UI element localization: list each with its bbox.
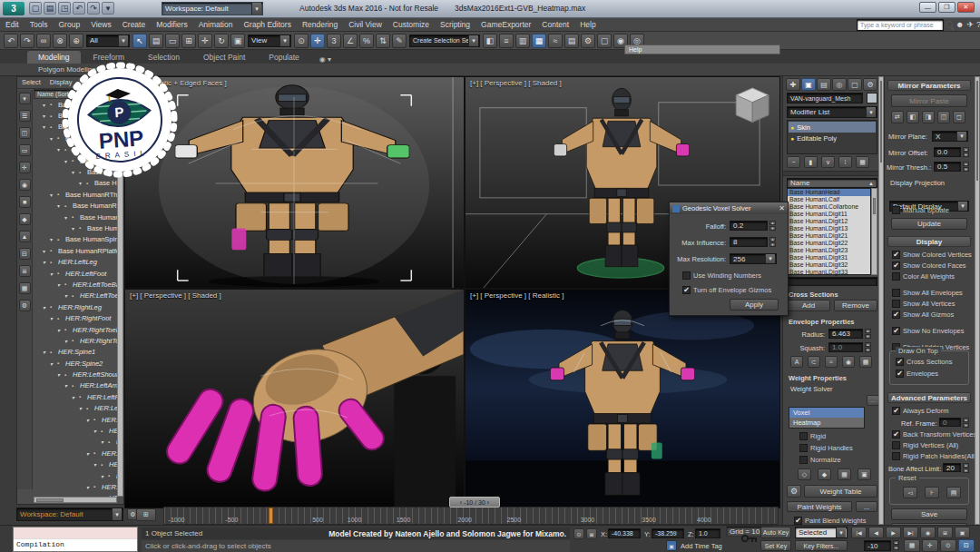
menu-item[interactable]: Views: [85, 18, 117, 31]
squash-spinner[interactable]: ▲▼: [865, 342, 871, 352]
max-influence-spinner[interactable]: ▲▼: [769, 237, 776, 247]
select-scale-icon[interactable]: ▣: [230, 34, 245, 48]
reference-coordinate-dropdown[interactable]: View: [248, 34, 291, 47]
select-object-icon[interactable]: ↖: [132, 34, 147, 48]
menu-item[interactable]: Graph Editors: [238, 18, 296, 31]
mirror-parameters-rollout[interactable]: Mirror Parameters: [887, 80, 971, 91]
expand-arrow-icon[interactable]: ▾: [43, 304, 50, 310]
expand-arrow-icon[interactable]: ▾: [72, 394, 79, 400]
viewport-label[interactable]: [+] [ Perspective ] [ Shaded ]: [470, 79, 562, 87]
mirror-mode-icon[interactable]: ⇄: [891, 111, 904, 123]
menu-item[interactable]: GameExporter: [475, 18, 536, 31]
current-frame-field[interactable]: -10: [864, 540, 891, 551]
ribbon-tab[interactable]: Populate: [258, 51, 310, 64]
undo-icon[interactable]: ↶: [4, 34, 18, 48]
max-logo[interactable]: 3: [3, 2, 24, 15]
dialog-checkbox[interactable]: Use Winding Numbers: [682, 271, 771, 280]
redo-icon[interactable]: ↷: [87, 2, 100, 15]
graphite-toggle-icon[interactable]: ▦: [532, 34, 546, 48]
mini-curve-editor-icon[interactable]: ▣: [955, 527, 970, 538]
expand-arrow-icon[interactable]: ▾: [64, 338, 72, 344]
viewport-bottom-left[interactable]: [+] [ Perspective ] [ Shaded ]: [124, 289, 465, 508]
expand-arrow-icon[interactable]: ▾: [43, 259, 50, 265]
time-configuration-icon[interactable]: ⊞: [937, 527, 953, 538]
explorer-settings-icon[interactable]: ⚙: [19, 300, 31, 311]
paste-green-blue-bones-icon[interactable]: ◫: [937, 111, 950, 123]
search-input[interactable]: Type a keyword or phrase: [857, 19, 944, 31]
menu-item[interactable]: Create: [117, 18, 152, 31]
remove-cross-section-button[interactable]: Remove: [834, 300, 877, 311]
paint-blend-weights-checkbox[interactable]: ✔Paint Blend Weights: [794, 517, 866, 525]
bone-list-header[interactable]: Name▲: [787, 178, 877, 188]
open-file-icon[interactable]: ▤: [44, 2, 56, 15]
bone-list-item[interactable]: Base HumanLCalf: [788, 196, 870, 203]
layer-manager-icon[interactable]: ▥: [515, 34, 530, 48]
search-icon[interactable]: [946, 21, 953, 28]
mirror-paste-button[interactable]: Mirror Paste: [891, 94, 967, 107]
schematic-view-icon[interactable]: ▤: [564, 34, 579, 48]
modifier-list-dropdown[interactable]: Modifier List: [787, 106, 877, 118]
expand-arrow-icon[interactable]: ▾: [86, 450, 93, 457]
explorer-display-icon[interactable]: ▾: [19, 93, 31, 104]
go-to-start-icon[interactable]: |◀: [851, 527, 867, 538]
utilities-tab-icon[interactable]: ⚙: [863, 78, 877, 91]
mirror-plane-dropdown[interactable]: X: [932, 131, 968, 142]
display-checkbox[interactable]: Show All Envelopes: [892, 289, 972, 297]
key-filters-button[interactable]: Key Filters...: [795, 540, 848, 551]
motion-tab-icon[interactable]: ◎: [832, 78, 847, 91]
bone-list-item[interactable]: Base HumanLDigit32: [788, 261, 870, 269]
save-file-icon[interactable]: ◳: [58, 2, 71, 15]
tree-item[interactable]: ▾ ▪ Base HumanRCalf: [34, 201, 117, 212]
explorer-list-icon[interactable]: ☰: [19, 110, 31, 122]
tree-item[interactable]: ▾ ▪ HER:LeftToeBase: [34, 279, 117, 290]
explorer-menu-item[interactable]: Select: [17, 77, 45, 88]
tree-item[interactable]: ▾ ▪ HER:Spine2: [34, 358, 117, 369]
advanced-checkbox[interactable]: ✔Back Transform Vertices: [892, 430, 976, 439]
expand-arrow-icon[interactable]: ▾: [93, 461, 101, 468]
percent-snap-icon[interactable]: %: [359, 34, 374, 48]
explorer-shapes-icon[interactable]: ◆: [19, 213, 31, 225]
reset-selected-verts-icon[interactable]: ◅: [903, 487, 917, 498]
menu-item[interactable]: Scripting: [435, 18, 475, 31]
display-rollout[interactable]: Display: [887, 236, 971, 247]
y-coordinate-field[interactable]: -38.259: [652, 528, 684, 538]
viewport-label[interactable]: [+] [ Perspective ] [ Realistic ]: [470, 291, 564, 300]
rendered-frame-icon[interactable]: ▢: [597, 34, 612, 48]
z-coordinate-field[interactable]: 1.0: [695, 528, 720, 538]
tree-item[interactable]: ▾ ▪ HER:RightToe_End: [34, 335, 117, 346]
track-bar[interactable]: -1000-5005001000150020002500300035004000: [163, 507, 779, 525]
tree-item[interactable]: ▾ ▪ Base HumanRDigit...: [34, 222, 117, 233]
menu-item[interactable]: Help: [574, 18, 601, 31]
mirror-thresh-spinner[interactable]: ▲▼: [963, 162, 969, 172]
workspace-dropdown-bottom[interactable]: Workspace: Default: [16, 508, 123, 521]
explorer-materials-icon[interactable]: ▦: [19, 282, 31, 294]
remove-modifier-icon[interactable]: ⁞: [838, 156, 852, 168]
radius-spinner[interactable]: ▲▼: [865, 329, 871, 339]
weight-checkbox[interactable]: Normalize: [799, 456, 853, 464]
viewport-bottom-right[interactable]: [+] [ Perspective ] [ Realistic ]: [465, 289, 780, 508]
advanced-parameters-rollout[interactable]: Advanced Parameters: [887, 392, 971, 403]
bone-affect-spinner[interactable]: ▲▼: [963, 463, 969, 473]
maximize-viewport-icon[interactable]: ⊡: [958, 539, 975, 552]
paint-options-button[interactable]: ...: [856, 501, 877, 512]
expand-arrow-icon[interactable]: ▾: [72, 225, 79, 232]
apply-button[interactable]: Apply: [730, 299, 779, 310]
tree-item[interactable]: ▾ ▪ Base HumanRPlatform: [34, 245, 117, 256]
explorer-sort-icon[interactable]: ≣: [19, 265, 31, 277]
tree-item[interactable]: ▾ ▪ Base HumanRThigh: [34, 189, 117, 200]
draw-on-top-checkbox[interactable]: ✔Envelopes: [896, 370, 968, 378]
bake-weights-icon[interactable]: ▣: [858, 468, 871, 480]
menu-item[interactable]: Animation: [193, 18, 239, 31]
expand-arrow-icon[interactable]: ▾: [57, 281, 64, 288]
edit-named-sets-icon[interactable]: ✎: [392, 34, 407, 48]
max-influence-field[interactable]: 8: [730, 237, 768, 247]
go-to-end-icon[interactable]: ▶|: [903, 527, 918, 538]
extension-scrollbar[interactable]: [975, 76, 980, 525]
sort-asc-icon[interactable]: ▲: [868, 181, 874, 186]
reset-all-bones-icon[interactable]: ▤: [946, 487, 961, 498]
max-resolution-dropdown[interactable]: 256: [730, 253, 777, 264]
bind-spacewarp-icon[interactable]: ⊕: [69, 34, 83, 48]
menu-item[interactable]: Content: [536, 18, 574, 31]
tree-item[interactable]: ▾ ▪ HER:LeftHandInd...: [34, 448, 117, 458]
explorer-bones-icon[interactable]: ▲: [19, 231, 31, 242]
